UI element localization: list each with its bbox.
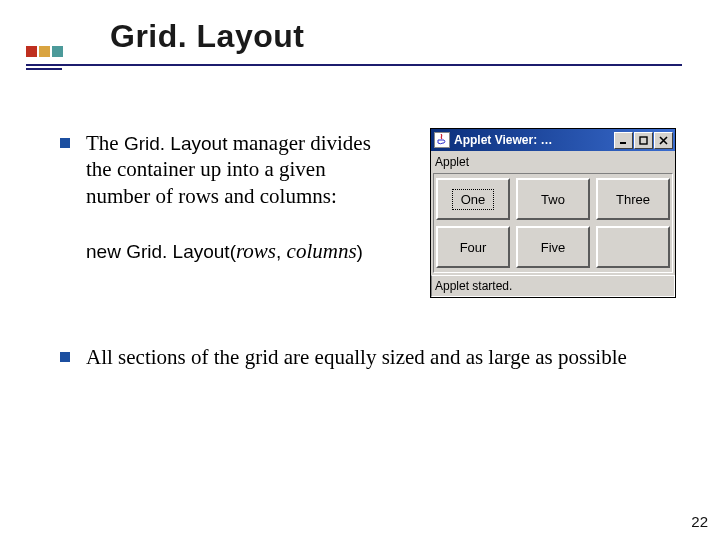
page-number: 22: [691, 513, 708, 530]
text-prefix: The: [86, 131, 124, 155]
bullet-icon: [60, 352, 70, 362]
accent-square-teal: [52, 46, 63, 57]
bullet-item-1: The Grid. Layout manager divides the con…: [60, 130, 680, 209]
title-underline: [26, 64, 682, 66]
code-close: ): [357, 241, 363, 262]
code-class: Grid. Layout: [126, 241, 230, 262]
bullet-text-1: The Grid. Layout manager divides the con…: [86, 130, 386, 209]
slide-title: Grid. Layout: [110, 18, 304, 55]
accent-square-gold: [39, 46, 50, 57]
code-sep1: ,: [276, 241, 287, 262]
body: The Grid. Layout manager divides the con…: [60, 130, 680, 510]
code-arg-columns: columns: [287, 239, 357, 263]
bullet-item-2: All sections of the grid are equally siz…: [60, 344, 680, 370]
accent-squares: [26, 46, 63, 57]
slide: Grid. Layout Applet Viewer: … Applet On: [0, 0, 720, 540]
class-name: Grid. Layout: [124, 133, 228, 154]
code-line: new Grid. Layout(rows, columns): [86, 239, 680, 264]
accent-square-red: [26, 46, 37, 57]
bullet-icon: [60, 138, 70, 148]
title-underline-short: [26, 68, 62, 70]
code-keyword: new: [86, 241, 126, 262]
bullet-text-2: All sections of the grid are equally siz…: [86, 344, 646, 370]
code-arg-rows: rows: [236, 239, 276, 263]
